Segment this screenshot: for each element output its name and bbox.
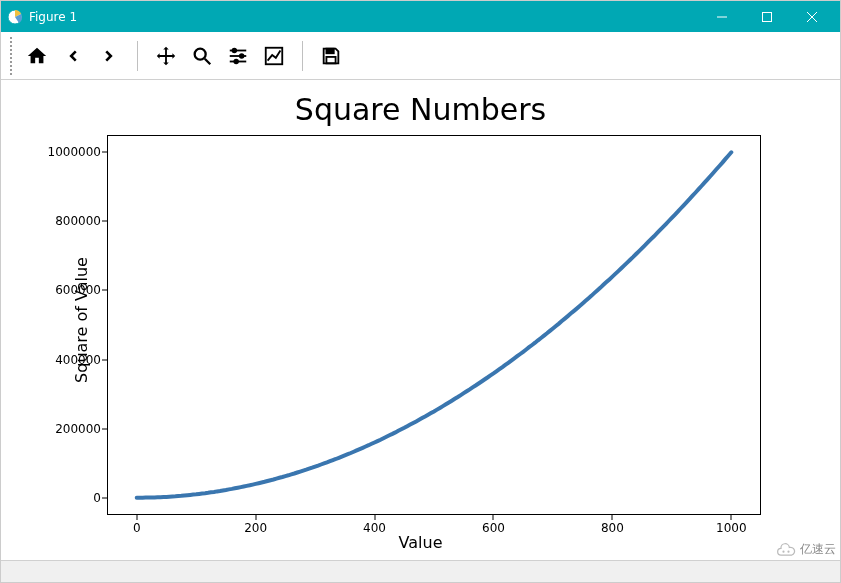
y-tick-mark [102, 221, 107, 222]
x-tick-mark [374, 515, 375, 520]
y-tick-label: 200000 [41, 422, 101, 436]
window-title: Figure 1 [29, 10, 699, 24]
app-icon [7, 9, 23, 25]
x-tick-label: 600 [482, 521, 505, 535]
toolbar [1, 32, 840, 80]
close-button[interactable] [789, 1, 834, 32]
svg-point-16 [782, 550, 784, 552]
svg-rect-15 [326, 56, 335, 62]
minimize-button[interactable] [699, 1, 744, 32]
forward-button[interactable] [91, 38, 127, 74]
toolbar-grip [9, 36, 13, 76]
y-tick-label: 600000 [41, 283, 101, 297]
toolbar-separator [302, 41, 303, 71]
y-tick-mark [102, 497, 107, 498]
watermark: 亿速云 [776, 541, 836, 558]
cloud-icon [776, 543, 796, 557]
x-tick-label: 400 [363, 521, 386, 535]
svg-line-6 [205, 58, 211, 64]
y-tick-mark [102, 359, 107, 360]
x-tick-label: 200 [244, 521, 267, 535]
y-tick-label: 0 [41, 491, 101, 505]
subplots-button[interactable] [220, 38, 256, 74]
save-button[interactable] [313, 38, 349, 74]
svg-point-10 [233, 48, 237, 52]
back-button[interactable] [55, 38, 91, 74]
x-tick-mark [612, 515, 613, 520]
svg-rect-2 [762, 12, 771, 21]
svg-point-12 [234, 59, 238, 63]
y-tick-mark [102, 290, 107, 291]
svg-point-17 [787, 550, 789, 552]
chart-title: Square Numbers [1, 92, 840, 127]
y-tick-mark [102, 152, 107, 153]
x-tick-mark [493, 515, 494, 520]
maximize-button[interactable] [744, 1, 789, 32]
data-line [107, 135, 761, 515]
x-tick-mark [136, 515, 137, 520]
watermark-text: 亿速云 [800, 541, 836, 558]
zoom-button[interactable] [184, 38, 220, 74]
y-tick-label: 400000 [41, 353, 101, 367]
y-tick-label: 1000000 [41, 145, 101, 159]
x-tick-label: 0 [133, 521, 141, 535]
toolbar-separator [137, 41, 138, 71]
pan-button[interactable] [148, 38, 184, 74]
x-tick-label: 800 [601, 521, 624, 535]
x-axis-label: Value [1, 533, 840, 552]
home-button[interactable] [19, 38, 55, 74]
plot-area [107, 135, 761, 515]
axes-button[interactable] [256, 38, 292, 74]
x-tick-mark [731, 515, 732, 520]
figure-window: Figure 1 [0, 0, 841, 583]
svg-point-5 [195, 48, 206, 59]
status-bar [1, 560, 840, 582]
y-tick-label: 800000 [41, 214, 101, 228]
svg-rect-14 [326, 48, 333, 53]
svg-point-11 [240, 54, 244, 58]
titlebar: Figure 1 [1, 1, 840, 32]
y-tick-mark [102, 428, 107, 429]
chart-canvas[interactable]: Square Numbers Square of Value Value 020… [1, 80, 840, 560]
x-tick-label: 1000 [716, 521, 747, 535]
x-tick-mark [255, 515, 256, 520]
